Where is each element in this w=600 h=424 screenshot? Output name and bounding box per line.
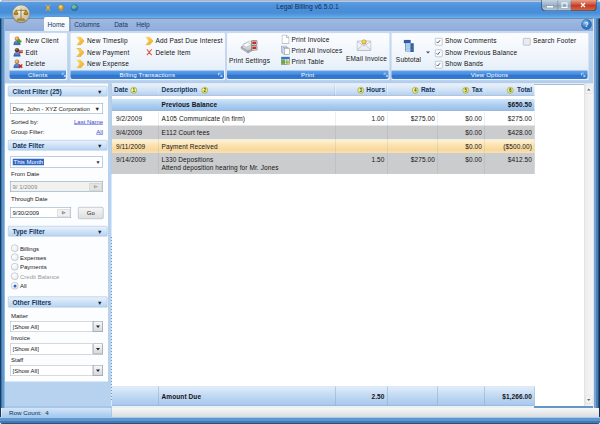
- svg-text:?: ?: [585, 21, 589, 28]
